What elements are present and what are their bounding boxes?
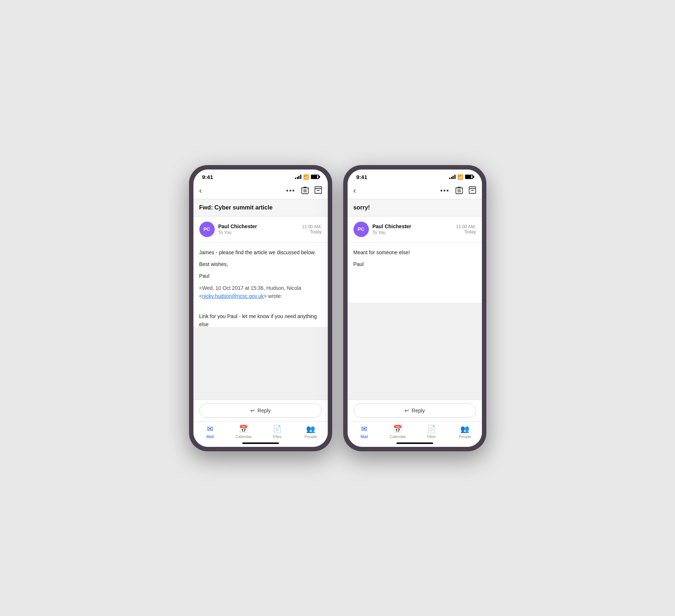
wifi-icon-2: 📶	[457, 174, 463, 180]
subject-bar-2: sorry!	[348, 199, 482, 216]
nav-people-label-2: People	[459, 434, 471, 439]
home-bar-1	[242, 442, 279, 444]
phone-1: 9:41 📶 ‹ •••	[189, 165, 332, 451]
status-icons-1: 📶	[295, 174, 319, 180]
time-1: 9:41	[202, 174, 213, 180]
mail-icon-1: ✉	[207, 424, 213, 433]
calendar-icon-1: 📅	[239, 424, 248, 433]
calendar-icon-2: 📅	[393, 424, 402, 433]
quoted-body-1: Link for you Paul - let me know if you n…	[199, 312, 322, 327]
email-time-2: 11:00 AM, Today	[456, 224, 476, 234]
reply-section-2: ↩ Reply	[348, 400, 482, 421]
nav-people-1[interactable]: 👥 People	[300, 424, 322, 439]
gray-area-2	[348, 303, 482, 400]
avatar-2: PC	[353, 222, 369, 237]
signal-icon-1	[295, 175, 301, 179]
sender-info-2: Paul Chichester To You	[373, 223, 456, 235]
body-para-3: Paul	[199, 272, 322, 280]
status-bar-1: 9:41 📶	[193, 170, 328, 183]
people-icon-1: 👥	[306, 424, 315, 433]
phones-container: 9:41 📶 ‹ •••	[189, 165, 486, 451]
svg-rect-6	[315, 189, 322, 193]
battery-icon-1	[311, 175, 319, 179]
nav-mail-label-1: Mail	[206, 434, 214, 439]
phone-2-screen: 9:41 📶 ‹ •••	[348, 170, 482, 447]
more-button-2[interactable]: •••	[440, 187, 450, 195]
trash-button-2[interactable]	[456, 186, 463, 196]
status-bar-2: 9:41 📶	[348, 170, 482, 183]
sender-name-2: Paul Chichester	[373, 223, 456, 229]
nav-calendar-2[interactable]: 📅 Calendar	[387, 424, 409, 439]
sender-to-2: To You	[373, 230, 456, 235]
signal-icon-2	[449, 175, 456, 179]
wifi-icon-1: 📶	[303, 174, 309, 180]
subject-bar-1: Fwd: Cyber summit article	[193, 199, 328, 216]
body-para-2: Best wishes,	[199, 260, 322, 268]
nav-people-label-1: People	[305, 434, 317, 439]
email-body-1: James - please find the article we discu…	[193, 243, 328, 327]
home-indicator-2	[348, 440, 482, 447]
body-para-1: James - please find the article we discu…	[199, 248, 322, 256]
nav-calendar-1[interactable]: 📅 Calendar	[233, 424, 255, 439]
phone-2: 9:41 📶 ‹ •••	[343, 165, 486, 451]
time-2: 9:41	[356, 174, 367, 180]
mail-icon-2: ✉	[361, 424, 367, 433]
avatar-1: PC	[199, 222, 215, 237]
toolbar-actions-1: •••	[286, 186, 322, 196]
sender-to-1: To You	[218, 230, 302, 235]
subject-text-1: Fwd: Cyber summit article	[199, 204, 273, 211]
body-para-2-2: Paul	[353, 260, 476, 268]
nav-mail-1[interactable]: ✉ Mail	[199, 424, 221, 439]
files-icon-1: 📄	[273, 424, 282, 433]
battery-icon-2	[465, 175, 473, 179]
svg-rect-14	[469, 189, 476, 193]
email-header-2: PC Paul Chichester To You 11:00 AM, Toda…	[348, 216, 482, 243]
bottom-nav-1: ✉ Mail 📅 Calendar 📄 Files 👥 People	[193, 421, 328, 440]
toolbar-1: ‹ •••	[193, 183, 328, 199]
nav-files-1[interactable]: 📄 Files	[266, 424, 288, 439]
nav-people-2[interactable]: 👥 People	[454, 424, 476, 439]
toolbar-actions-2: •••	[440, 186, 476, 196]
email-link-1[interactable]: nicky.hudson@ncsc.gov.uk	[202, 293, 264, 299]
nav-files-2[interactable]: 📄 Files	[420, 424, 442, 439]
trash-button-1[interactable]	[301, 186, 309, 196]
back-button-2[interactable]: ‹	[353, 186, 356, 196]
sender-info-1: Paul Chichester To You	[218, 223, 302, 235]
archive-button-2[interactable]	[469, 186, 476, 196]
reply-button-1[interactable]: ↩ Reply	[199, 404, 322, 418]
reply-section-1: ↩ Reply	[193, 400, 328, 421]
files-icon-2: 📄	[427, 424, 436, 433]
sender-name-1: Paul Chichester	[218, 223, 302, 229]
toolbar-2: ‹ •••	[348, 183, 482, 199]
reply-button-2[interactable]: ↩ Reply	[353, 404, 476, 418]
back-button-1[interactable]: ‹	[199, 186, 202, 196]
nav-files-label-2: Files	[427, 434, 436, 439]
home-bar-2	[396, 442, 433, 444]
body-para-2-1: Meant for someone else!	[353, 248, 476, 256]
home-indicator-1	[193, 440, 328, 447]
subject-text-2: sorry!	[353, 204, 370, 211]
bottom-nav-2: ✉ Mail 📅 Calendar 📄 Files 👥 People	[348, 421, 482, 440]
reply-arrow-icon-1: ↩	[250, 408, 255, 413]
more-button-1[interactable]: •••	[286, 187, 295, 195]
reply-arrow-icon-2: ↩	[404, 408, 409, 413]
nav-mail-label-2: Mail	[360, 434, 368, 439]
nav-mail-2[interactable]: ✉ Mail	[353, 424, 375, 439]
nav-files-label-1: Files	[273, 434, 282, 439]
nav-calendar-label-2: Calendar	[389, 434, 406, 439]
status-icons-2: 📶	[449, 174, 473, 180]
gray-area-1	[193, 327, 328, 400]
email-time-1: 11:00 AM, Today	[302, 224, 322, 234]
archive-button-1[interactable]	[315, 186, 322, 196]
nav-calendar-label-1: Calendar	[235, 434, 252, 439]
people-icon-2: 👥	[460, 424, 469, 433]
email-body-2: Meant for someone else! Paul	[348, 243, 482, 303]
email-header-1: PC Paul Chichester To You 11:00 AM, Toda…	[193, 216, 328, 243]
phone-1-screen: 9:41 📶 ‹ •••	[193, 170, 328, 447]
quoted-header-1: <Wed, 10 Oct 2017 at 15:36, Hudson, Nico…	[199, 284, 322, 300]
